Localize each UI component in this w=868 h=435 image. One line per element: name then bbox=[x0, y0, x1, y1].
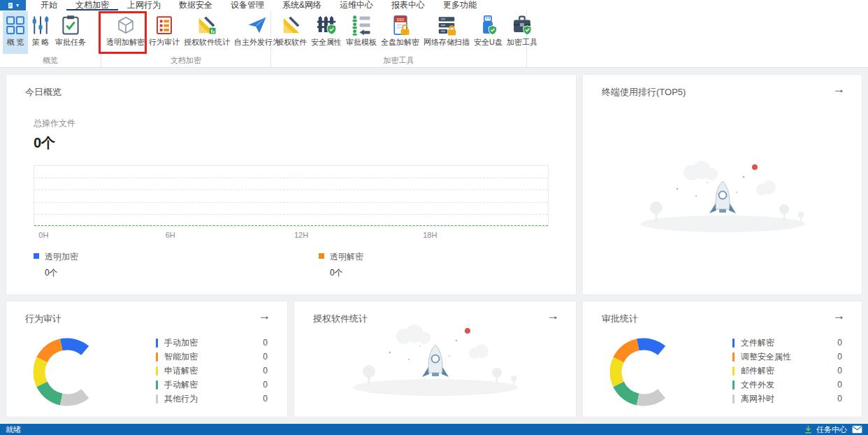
status-ready-text: 就绪 bbox=[6, 425, 21, 435]
legend-marker bbox=[732, 366, 735, 376]
legend-label: 手动解密 bbox=[164, 379, 263, 391]
donut-legend: 手动加密 0 智能加密 0 申请解密 0 手动解密 0 其他行为 0 bbox=[156, 336, 268, 406]
ribbon-group-encryption-tools: 授权软件 安全属性 审批模板 SSD 全盘加解密 bbox=[271, 10, 527, 67]
rocket-empty-state-illustration bbox=[338, 321, 533, 398]
legend-marker bbox=[732, 394, 735, 404]
legend-item-file-outgoing[interactable]: 文件外发 0 bbox=[732, 378, 842, 392]
ribbon-button-behavior-audit[interactable]: 行为审计 bbox=[147, 11, 182, 54]
card-licensed-software-stats: 授权软件统计 → bbox=[294, 301, 577, 418]
legend-label: 透明解密 bbox=[330, 251, 363, 263]
legend-label: 离网补时 bbox=[741, 393, 837, 405]
ribbon-button-label: 安全属性 bbox=[311, 37, 342, 48]
ribbon-button-secure-usb[interactable]: 安全U盘 bbox=[472, 11, 505, 54]
legend-item-transparent-decrypt[interactable]: 透明解密 0个 bbox=[319, 251, 363, 279]
ribbon-button-licensed-software[interactable]: 授权软件 bbox=[274, 11, 309, 54]
ribbon-button-label: 行为审计 bbox=[149, 37, 180, 48]
ribbon-button-policy[interactable]: 策 略 bbox=[28, 11, 53, 54]
donut-legend: 文件解密 0 调整安全属性 0 邮件解密 0 文件外发 0 离网补时 0 bbox=[732, 336, 842, 406]
legend-label: 调整安全属性 bbox=[741, 351, 837, 363]
legend-item-smart-encrypt[interactable]: 智能加密 0 bbox=[156, 350, 268, 364]
main-content: 今日概览 总操作文件 0个 0H 6H 12H 18H 透明加密 0个 bbox=[0, 68, 868, 424]
network-storage-scan-icon bbox=[436, 15, 457, 36]
ribbon-button-transparent-encryption[interactable]: 透明加解密 bbox=[104, 11, 147, 54]
ribbon-group-overview: 概 览 策 略 审批任务 概览 bbox=[0, 10, 101, 67]
legend-item-manual-encrypt[interactable]: 手动加密 0 bbox=[156, 336, 268, 350]
menu-tab-document-encryption[interactable]: 文档加密 bbox=[66, 0, 118, 10]
legend-value: 0 bbox=[263, 352, 268, 362]
legend-value: 0 bbox=[837, 338, 842, 348]
arrow-right-icon[interactable]: → bbox=[832, 309, 845, 322]
message-envelope-icon[interactable] bbox=[852, 425, 862, 434]
menu-tab-internet-behavior[interactable]: 上网行为 bbox=[118, 0, 170, 10]
x-tick: 0H bbox=[38, 231, 48, 239]
arrow-right-icon[interactable]: → bbox=[832, 83, 845, 95]
menu-bar: ▾ 开始 文档加密 上网行为 数据安全 设备管理 系统&网络 运维中心 报表中心… bbox=[0, 0, 868, 10]
legend-item-other-behavior[interactable]: 其他行为 0 bbox=[156, 392, 268, 406]
status-bar: 就绪 任务中心 bbox=[0, 424, 868, 435]
arrow-right-icon[interactable]: → bbox=[547, 309, 559, 322]
rocket-empty-state-illustration bbox=[625, 157, 820, 234]
legend-value: 0 bbox=[263, 338, 268, 348]
legend-marker bbox=[732, 338, 735, 348]
legend-value: 0 bbox=[263, 366, 268, 376]
ribbon-button-security-attribute[interactable]: 安全属性 bbox=[309, 11, 344, 54]
menu-tab-system-network[interactable]: 系统&网络 bbox=[273, 0, 331, 10]
ribbon-button-full-disk-encryption[interactable]: SSD 全盘加解密 bbox=[379, 11, 421, 54]
approval-task-clipboard-icon bbox=[60, 15, 81, 36]
task-center-label: 任务中心 bbox=[816, 425, 847, 435]
card-approval-stats: 审批统计 → 文件解密 0 调整安全属性 0 邮件解密 0 文件外发 0 bbox=[582, 301, 862, 418]
legend-item-transparent-encrypt[interactable]: 透明加密 0个 bbox=[34, 251, 78, 279]
behavior-audit-donut-chart bbox=[28, 333, 106, 411]
legend-item-file-decrypt[interactable]: 文件解密 0 bbox=[732, 336, 842, 350]
legend-item-manual-decrypt[interactable]: 手动解密 0 bbox=[156, 378, 268, 392]
legend-marker bbox=[156, 352, 158, 362]
ribbon-button-label: 授权软件 bbox=[276, 37, 307, 48]
legend-marker bbox=[34, 253, 39, 259]
zero-baseline bbox=[34, 225, 548, 226]
legend-marker bbox=[156, 380, 158, 390]
ribbon-button-label: 透明加解密 bbox=[106, 37, 145, 48]
ribbon-button-licensed-software-stats[interactable]: 授权软件统计 bbox=[182, 11, 232, 54]
legend-item-request-decrypt[interactable]: 申请解密 0 bbox=[156, 364, 268, 378]
menu-tab-ops-center[interactable]: 运维中心 bbox=[331, 0, 382, 10]
ribbon-button-label: 全盘加解密 bbox=[381, 37, 419, 48]
menu-tab-report-center[interactable]: 报表中心 bbox=[382, 0, 434, 10]
line-chart-legend: 透明加密 0个 透明解密 0个 bbox=[34, 251, 548, 283]
document-icon bbox=[7, 2, 14, 9]
ribbon: 概 览 策 略 审批任务 概览 透明加解密 bbox=[0, 10, 868, 68]
task-center-button[interactable]: 任务中心 bbox=[804, 425, 847, 435]
ribbon-button-label: 安全U盘 bbox=[474, 37, 502, 48]
legend-value: 0 bbox=[263, 394, 268, 404]
card-title: 行为审计 bbox=[25, 313, 62, 325]
card-title: 终端使用排行(TOP5) bbox=[602, 86, 686, 99]
menu-tab-device-management[interactable]: 设备管理 bbox=[222, 0, 273, 10]
menu-tab-data-security[interactable]: 数据安全 bbox=[170, 0, 222, 10]
legend-marker bbox=[156, 338, 158, 348]
legend-item-offline-time-extension[interactable]: 离网补时 0 bbox=[732, 392, 842, 406]
ribbon-button-overview[interactable]: 概 览 bbox=[3, 11, 28, 54]
legend-item-mail-decrypt[interactable]: 邮件解密 0 bbox=[732, 364, 842, 378]
legend-marker bbox=[156, 394, 158, 404]
legend-value: 0 bbox=[263, 380, 268, 390]
ribbon-button-label: 审批模板 bbox=[346, 37, 377, 48]
grid-overview-icon bbox=[5, 15, 26, 36]
download-icon bbox=[804, 425, 813, 434]
app-menu-button[interactable]: ▾ bbox=[0, 0, 26, 10]
menu-tab-more-functions[interactable]: 更多功能 bbox=[434, 0, 486, 10]
dropdown-chevron-icon: ▾ bbox=[16, 2, 19, 8]
arrow-right-icon[interactable]: → bbox=[258, 309, 270, 322]
legend-item-adjust-security-attribute[interactable]: 调整安全属性 0 bbox=[732, 350, 842, 364]
legend-value: 0 bbox=[837, 352, 842, 362]
legend-label: 智能加密 bbox=[164, 351, 263, 363]
full-disk-encrypt-ssd-icon: SSD bbox=[390, 15, 411, 36]
licensed-software-icon bbox=[281, 15, 302, 36]
x-tick: 6H bbox=[166, 231, 175, 239]
ribbon-button-approval-template[interactable]: 审批模板 bbox=[344, 11, 379, 54]
legend-label: 邮件解密 bbox=[741, 365, 837, 377]
ribbon-button-approval-task[interactable]: 审批任务 bbox=[53, 11, 88, 54]
ribbon-group-label: 加密工具 bbox=[271, 54, 526, 67]
ribbon-button-label: 审批任务 bbox=[55, 37, 86, 48]
approval-template-icon bbox=[351, 15, 372, 36]
menu-tab-start[interactable]: 开始 bbox=[31, 0, 66, 10]
ribbon-button-network-storage-scan[interactable]: 网络存储扫描 bbox=[421, 11, 472, 54]
